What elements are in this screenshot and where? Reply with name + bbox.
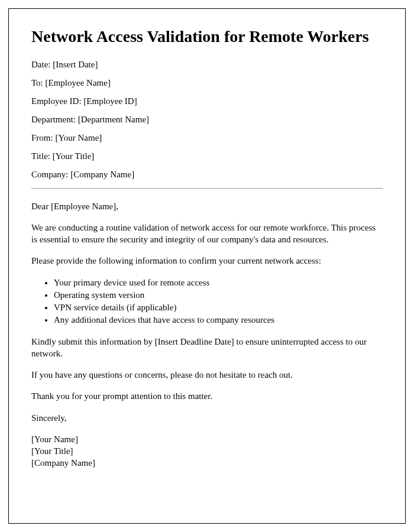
paragraph-intro: We are conducting a routine validation o… [31, 222, 383, 246]
document-page: Network Access Validation for Remote Wor… [8, 8, 406, 524]
divider [31, 188, 383, 189]
paragraph-thanks: Thank you for your prompt attention to t… [31, 390, 383, 402]
company-line: Company: [Company Name] [31, 170, 383, 180]
date-line: Date: [Insert Date] [31, 60, 383, 70]
info-list: Your primary device used for remote acce… [54, 277, 383, 326]
closing: Sincerely, [31, 412, 383, 424]
signature-name: [Your Name] [31, 433, 383, 445]
to-line: To: [Employee Name] [31, 78, 383, 88]
signature-title: [Your Title] [31, 445, 383, 457]
paragraph-request: Please provide the following information… [31, 255, 383, 267]
department-line: Department: [Department Name] [31, 115, 383, 125]
paragraph-questions: If you have any questions or concerns, p… [31, 369, 383, 381]
title-line: Title: [Your Title] [31, 151, 383, 161]
list-item: VPN service details (if applicable) [54, 301, 383, 314]
list-item: Any additional devices that have access … [54, 314, 383, 326]
signature-company: [Company Name] [31, 457, 383, 469]
from-line: From: [Your Name] [31, 133, 383, 143]
list-item: Operating system version [54, 289, 383, 301]
employee-id-line: Employee ID: [Employee ID] [31, 96, 383, 106]
list-item: Your primary device used for remote acce… [54, 277, 383, 289]
document-title: Network Access Validation for Remote Wor… [31, 27, 383, 47]
salutation: Dear [Employee Name], [31, 200, 383, 212]
paragraph-deadline: Kindly submit this information by [Inser… [31, 336, 383, 360]
